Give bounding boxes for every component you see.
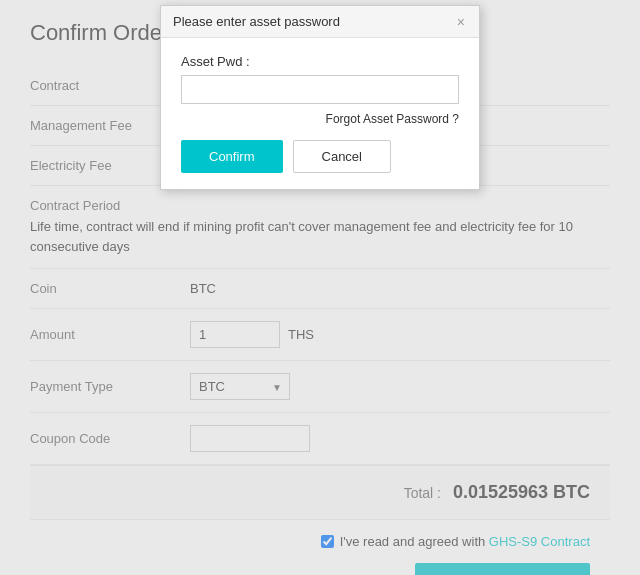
modal-body: Asset Pwd : Forgot Asset Password ? Conf… (161, 38, 479, 189)
modal-buttons: Confirm Cancel (181, 140, 459, 173)
modal-title: Please enter asset password (173, 14, 340, 29)
modal-cancel-button[interactable]: Cancel (293, 140, 391, 173)
asset-pwd-input[interactable] (181, 75, 459, 104)
forgot-password-link[interactable]: Forgot Asset Password ? (181, 112, 459, 126)
modal-header: Please enter asset password × (161, 6, 479, 38)
asset-pwd-label: Asset Pwd : (181, 54, 459, 69)
modal-overlay: Please enter asset password × Asset Pwd … (0, 0, 640, 575)
modal-close-button[interactable]: × (455, 15, 467, 29)
asset-password-modal: Please enter asset password × Asset Pwd … (160, 5, 480, 190)
modal-confirm-button[interactable]: Confirm (181, 140, 283, 173)
